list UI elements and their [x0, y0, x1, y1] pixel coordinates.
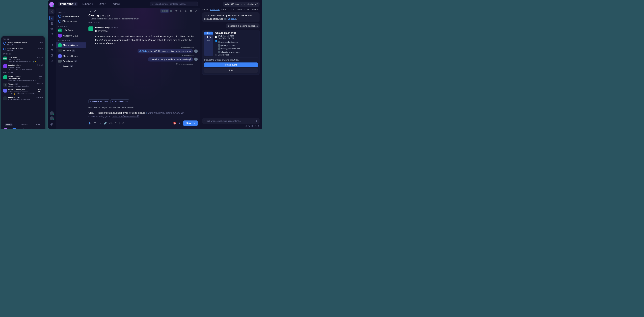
ai-input[interactable]: ✦ ➤	[202, 118, 260, 124]
suggestion-chip[interactable]: ✦Lets talk tomorrow	[88, 99, 109, 103]
mobile-email-item[interactable]: $ Finance 4 Google Payments | Stripe | ……	[1, 82, 45, 88]
schedule-send-icon[interactable]: ⏰	[173, 122, 176, 125]
todo-icon[interactable]	[180, 9, 183, 13]
code-icon[interactable]: </>	[109, 122, 112, 125]
settings-icon[interactable]	[49, 122, 54, 127]
chevron-up-icon[interactable]: ⌃	[42, 53, 43, 55]
mobile-todo-item[interactable]: Provide feedback on PRD 2 threads Friday	[1, 41, 45, 47]
link-icon[interactable]: 🔗	[104, 122, 107, 125]
mobile-email-item[interactable]: USV USV Team Final Term Sheet Pease find…	[1, 56, 45, 63]
list-todo-item[interactable]: File expense re	[56, 19, 86, 24]
search-box[interactable]	[150, 2, 198, 6]
attachment-icon[interactable]	[122, 122, 125, 124]
list-item[interactable]: Annabeth Gran	[56, 33, 86, 38]
send-icon[interactable]: ➤	[256, 119, 258, 122]
reply-all-icon[interactable]: ↩⤺	[88, 106, 92, 109]
email-body: Our team loves your product and we're re…	[95, 35, 198, 45]
expand-icon[interactable]: ⊞	[258, 125, 260, 127]
presence-avatar[interactable]	[50, 111, 54, 115]
tab-other[interactable]: Other	[97, 2, 107, 6]
search-input[interactable]	[155, 3, 196, 5]
list-item[interactable]: Marcus Okoye	[56, 42, 86, 48]
mobile-tab-support[interactable]: Support •	[20, 124, 28, 126]
comment-avatar	[194, 49, 198, 53]
trash-icon[interactable]	[189, 9, 193, 13]
assignees[interactable]	[160, 9, 173, 13]
quote-icon[interactable]: ❝	[114, 122, 118, 125]
event-title: iOS app crash sync	[215, 31, 258, 34]
done-all-icon[interactable]: ✓✓	[40, 72, 43, 74]
snooze-icon[interactable]	[184, 9, 188, 13]
list-todo-item[interactable]: Provide feedback	[56, 14, 86, 18]
star-icon[interactable]	[174, 9, 178, 13]
new-chat-icon[interactable]: ⊕	[245, 125, 247, 127]
search-icon[interactable]	[30, 128, 34, 129]
todo-circle-icon[interactable]	[3, 48, 6, 50]
email-greeting: Hi everyone –	[95, 29, 198, 33]
edit-event-button[interactable]: Edit	[204, 68, 258, 73]
avatar-icon[interactable]	[4, 128, 8, 129]
mobile-email-item[interactable]: Annabeth Grant Website updates Let's loo…	[1, 63, 45, 71]
text-format-icon[interactable]: A▾	[88, 122, 92, 125]
ai-context-link[interactable]: 1 thread	[210, 8, 220, 11]
star-icon[interactable]: ★	[35, 61, 36, 62]
archive-icon[interactable]	[49, 53, 54, 58]
send-button[interactable]: Send▾	[183, 121, 198, 126]
compose-button[interactable]	[49, 9, 54, 14]
history-icon[interactable]: ↻	[248, 125, 250, 127]
todo-circle-icon[interactable]	[3, 42, 6, 45]
star-icon[interactable]	[49, 26, 54, 31]
tab-todos[interactable]: Todos	[110, 2, 122, 6]
done-icon[interactable]	[194, 9, 198, 13]
numbered-list-icon[interactable]: ≡	[99, 122, 102, 125]
mobile-email-item[interactable]: Feedback 5 Bundle Settings | Thoughts | …	[1, 96, 45, 101]
chevron-up-icon[interactable]: ⌃	[42, 38, 43, 40]
list-item[interactable]: USVUSV Team	[56, 28, 86, 33]
mobile-todo-item[interactable]: File expense report 6 threads May 30	[1, 47, 45, 52]
workspace-avatar[interactable]	[49, 2, 54, 7]
mobile-email-item[interactable]: Marcus, Renée, me Mobile launch plan ove…	[1, 88, 45, 96]
chevron-down-icon[interactable]: ▾	[194, 122, 195, 125]
ai-icon[interactable]	[39, 128, 42, 129]
reply-recipients[interactable]: Marcus Okoye, Chris Medina, Jason Boothe	[94, 106, 133, 109]
collapse-icon[interactable]: »	[88, 9, 92, 13]
star-icon[interactable]: ★	[34, 68, 36, 70]
people-icon: 👥	[215, 40, 217, 42]
notes-icon[interactable]	[49, 21, 54, 26]
inbox-icon[interactable]	[49, 16, 54, 21]
ai-input-field[interactable]	[206, 120, 255, 122]
list-item[interactable]: Feedback5	[56, 59, 86, 63]
tab-support[interactable]: Support	[80, 2, 94, 6]
todo-circle-icon[interactable]	[58, 20, 61, 23]
list-item[interactable]: Marcus, Renée	[56, 53, 86, 59]
bullet-list-icon[interactable]: ☰	[94, 122, 97, 125]
ai-response-link[interactable]: iOS issue	[227, 17, 236, 20]
mention[interactable]: @Chris	[139, 50, 147, 52]
calendar-icon[interactable]: ▦	[252, 125, 253, 127]
ai-write-icon[interactable]: ✦	[178, 122, 181, 125]
reply-textarea[interactable]: Great – I just sent out a calendar invit…	[88, 110, 198, 119]
trash-icon[interactable]	[49, 58, 54, 63]
search-icon	[152, 3, 154, 5]
attendee: jason@catco.com	[218, 44, 240, 47]
list-item[interactable]: ✈Travel2	[56, 63, 86, 69]
expand-icon[interactable]: ⤢	[93, 9, 97, 13]
ai-assistant-pane: What iOS issue is he referring to? Found…	[200, 0, 262, 129]
pin-icon[interactable]: ⬡	[255, 125, 256, 127]
snoozed-icon[interactable]	[49, 32, 54, 36]
sent-icon[interactable]	[49, 48, 54, 52]
inbox-icon[interactable]	[12, 128, 16, 129]
mobile-tab-news[interactable]: News	[36, 124, 41, 126]
tab-important[interactable]: Important 14	[58, 2, 78, 6]
done-icon[interactable]	[49, 37, 54, 42]
mobile-email-item[interactable]: Marcus Okoye Closing the deal Hi everyon…	[1, 74, 45, 82]
suggestion-chip[interactable]: ✦Sorry about that	[110, 99, 129, 103]
mobile-tab-inbox[interactable]: Inbox 14	[5, 124, 12, 126]
create-event-button[interactable]: Create event	[204, 62, 258, 67]
list-item[interactable]: $Finance4	[56, 48, 86, 53]
compose-icon[interactable]	[21, 128, 25, 129]
mobile-section-todos: TODOS	[3, 38, 9, 40]
drafts-icon[interactable]	[49, 42, 54, 47]
todo-circle-icon[interactable]	[58, 15, 61, 18]
presence-avatar[interactable]	[50, 116, 54, 120]
